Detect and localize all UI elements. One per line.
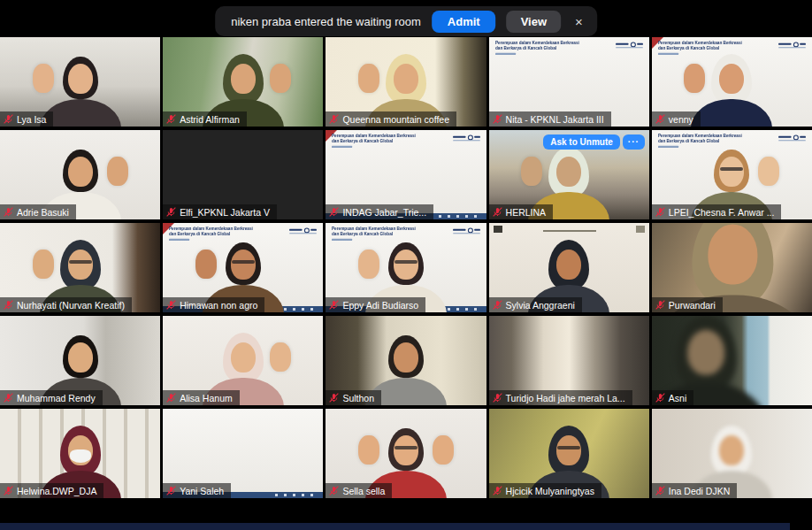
raised-hand: [33, 250, 54, 279]
name-tag: Nurhayati (Nurvan Kreatif): [0, 297, 132, 312]
muted-mic-icon: [493, 393, 502, 403]
muted-mic-icon: [166, 486, 176, 495]
muted-mic-icon: [4, 114, 13, 124]
participant-tile[interactable]: Perempuan dalam Kemerdekaan Berkreasi da…: [326, 223, 486, 312]
face: [68, 64, 93, 94]
participant-name: Purwandari: [669, 300, 716, 311]
muted-mic-icon: [329, 114, 339, 124]
participant-tile[interactable]: Sulthon: [326, 316, 486, 405]
name-tag: Sylvia Anggraeni: [489, 297, 582, 312]
raised-hand: [521, 157, 542, 186]
face: [68, 157, 93, 187]
face: [556, 250, 581, 280]
participant-name: Adrie Basuki: [17, 207, 69, 218]
name-tag: Astrid Alfirman: [163, 111, 247, 127]
participant-tile[interactable]: Muhammad Rendy: [0, 316, 160, 405]
glasses: [720, 167, 743, 171]
participant-name: Elfi_KPKNL Jakarta V: [180, 207, 270, 218]
muted-mic-icon: [329, 300, 339, 310]
muted-mic-icon: [166, 393, 176, 403]
participant-tile[interactable]: Elfi_KPKNL Jakarta V: [163, 130, 323, 219]
participant-name: LPEI_Chesna F. Anwar ...: [669, 207, 775, 218]
participant-name: Himawan non agro: [180, 300, 257, 311]
participant-grid: Lya Isa Astrid Alfirman: [0, 37, 812, 498]
participant-name: Queenna mountain coffee: [342, 114, 449, 125]
participant-tile[interactable]: Helwina.DWP_DJA: [0, 409, 160, 498]
participant-tile[interactable]: Asni: [652, 316, 812, 405]
participant-tile[interactable]: Sella sella: [326, 409, 486, 498]
face: [68, 342, 93, 373]
name-tag: Nita - KPKNL Jakarta III: [489, 111, 611, 127]
name-tag: Adrie Basuki: [0, 204, 76, 219]
participant-tile[interactable]: Astrid Alfirman: [163, 37, 323, 127]
muted-mic-icon: [4, 300, 13, 310]
muted-mic-icon: [493, 486, 502, 495]
participant-name: Sella sella: [342, 486, 385, 496]
participant-tile[interactable]: Turidjo Hadi jahe merah La...: [489, 316, 649, 405]
participant-name: Turidjo Hadi jahe merah La...: [506, 393, 625, 403]
participant-tile[interactable]: Purwandari: [652, 223, 812, 312]
name-tag: Ina Dedi DJKN: [652, 483, 737, 498]
muted-mic-icon: [655, 486, 665, 495]
more-options-button[interactable]: ···: [623, 134, 645, 150]
participant-name: Muhammad Rendy: [17, 393, 96, 403]
participant-tile[interactable]: Hjcicik Mulyaningtyas: [489, 409, 649, 498]
participant-name: venny: [669, 114, 693, 125]
name-tag: Himawan non agro: [163, 297, 264, 312]
close-icon[interactable]: ×: [571, 12, 586, 31]
raised-hand: [270, 64, 291, 93]
name-tag: Elfi_KPKNL Jakarta V: [163, 204, 277, 219]
participant-tile[interactable]: Queenna mountain coffee: [326, 37, 486, 127]
waiting-room-notification: niken praba entered the waiting room Adm…: [215, 6, 597, 36]
muted-mic-icon: [4, 486, 13, 495]
muted-mic-icon: [655, 207, 665, 217]
raised-hand: [107, 157, 128, 186]
ask-to-unmute-button[interactable]: Ask to Unmute: [543, 134, 620, 150]
eximbank-logo: [615, 42, 644, 50]
face: [231, 64, 256, 94]
participant-name: Ina Dedi DJKN: [669, 486, 730, 496]
participant-tile[interactable]: Lya Isa: [0, 37, 160, 127]
participant-name: Yani Saleh: [180, 486, 224, 496]
participant-tile[interactable]: Ina Dedi DJKN: [652, 409, 812, 498]
face-mask: [70, 449, 91, 463]
muted-mic-icon: [329, 486, 339, 495]
participant-tile[interactable]: Sylvia Anggraeni: [489, 223, 649, 312]
participant-name: Nurhayati (Nurvan Kreatif): [17, 300, 125, 311]
muted-mic-icon: [493, 300, 502, 310]
participant-tile[interactable]: Perempuan dalam Kemerdekaan Berkreasi da…: [652, 37, 812, 127]
face: [394, 250, 418, 280]
zoom-meeting-window: niken praba entered the waiting room Adm…: [0, 0, 812, 530]
name-tag: venny: [652, 111, 701, 127]
participant-tile[interactable]: Adrie Basuki: [0, 130, 160, 219]
participant-tile[interactable]: Perempuan dalam Kemerdekaan Berkreasi da…: [489, 37, 649, 127]
host-actions: Ask to Unmute ···: [543, 134, 645, 150]
name-tag: Muhammad Rendy: [0, 390, 103, 405]
name-tag: Asni: [652, 390, 693, 405]
participant-tile[interactable]: Perempuan dalam Kemerdekaan Berkreasi da…: [326, 130, 486, 219]
raised-hand: [270, 342, 291, 372]
name-tag: Sella sella: [326, 483, 392, 498]
participant-tile[interactable]: Ask to Unmute ··· HERLINA: [489, 130, 649, 219]
participant-tile[interactable]: Perempuan dalam Kemerdekaan Berkreasi da…: [163, 223, 323, 312]
muted-mic-icon: [493, 207, 502, 217]
admit-button[interactable]: Admit: [432, 11, 496, 33]
face: [719, 64, 744, 94]
name-tag: Turidjo Hadi jahe merah La...: [489, 390, 632, 405]
participant-tile[interactable]: Yani Saleh: [163, 409, 323, 498]
shoulders: [691, 99, 772, 127]
participant-tile[interactable]: Alisa Hanum: [163, 316, 323, 405]
view-button[interactable]: View: [507, 11, 561, 33]
participant-name: Alisa Hanum: [180, 393, 233, 403]
participant-tile[interactable]: Nurhayati (Nurvan Kreatif): [0, 223, 160, 312]
name-tag: INDAG Jabar_Trie...: [326, 204, 433, 219]
participant-name: Sylvia Anggraeni: [506, 300, 575, 311]
participant-name: Hjcicik Mulyaningtyas: [506, 486, 594, 496]
raised-hand: [684, 64, 705, 93]
notification-message: niken praba entered the waiting room: [231, 15, 421, 28]
face: [719, 435, 744, 465]
muted-mic-icon: [655, 393, 665, 403]
face: [231, 250, 256, 280]
slide-date-line: [495, 53, 516, 55]
participant-tile[interactable]: Perempuan dalam Kemerdekaan Berkreasi da…: [652, 130, 812, 219]
